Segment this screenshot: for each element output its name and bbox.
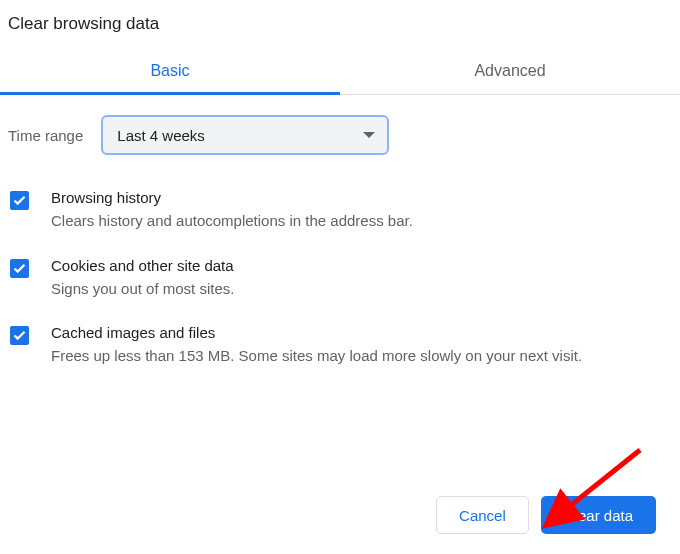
tab-basic[interactable]: Basic — [0, 52, 340, 95]
dialog-footer: Cancel Clear data — [436, 496, 656, 534]
clear-data-button[interactable]: Clear data — [541, 496, 656, 534]
chevron-down-icon — [363, 132, 375, 138]
option-desc-cache: Frees up less than 153 MB. Some sites ma… — [51, 345, 672, 368]
checkbox-browsing-history[interactable] — [10, 191, 29, 210]
option-cookies: Cookies and other site data Signs you ou… — [10, 243, 672, 311]
option-desc-history: Clears history and autocompletions in th… — [51, 210, 672, 233]
dialog-title: Clear browsing data — [0, 0, 680, 52]
option-label-history[interactable]: Browsing history — [51, 189, 672, 206]
time-range-value: Last 4 weeks — [117, 127, 205, 144]
option-text: Browsing history Clears history and auto… — [51, 189, 672, 233]
checkbox-cookies[interactable] — [10, 259, 29, 278]
option-label-cache[interactable]: Cached images and files — [51, 324, 672, 341]
option-desc-cookies: Signs you out of most sites. — [51, 278, 672, 301]
option-browsing-history: Browsing history Clears history and auto… — [10, 175, 672, 243]
checkbox-cache[interactable] — [10, 326, 29, 345]
tab-advanced[interactable]: Advanced — [340, 52, 680, 94]
time-range-label: Time range — [8, 127, 83, 144]
option-text: Cached images and files Frees up less th… — [51, 324, 672, 368]
checkmark-icon — [12, 328, 27, 343]
cancel-button[interactable]: Cancel — [436, 496, 529, 534]
options-list: Browsing history Clears history and auto… — [0, 165, 680, 378]
time-range-row: Time range Last 4 weeks — [0, 95, 680, 165]
time-range-select[interactable]: Last 4 weeks — [101, 115, 389, 155]
option-cache: Cached images and files Frees up less th… — [10, 310, 672, 378]
option-label-cookies[interactable]: Cookies and other site data — [51, 257, 672, 274]
checkmark-icon — [12, 193, 27, 208]
tabs: Basic Advanced — [0, 52, 680, 95]
option-text: Cookies and other site data Signs you ou… — [51, 257, 672, 301]
checkmark-icon — [12, 261, 27, 276]
